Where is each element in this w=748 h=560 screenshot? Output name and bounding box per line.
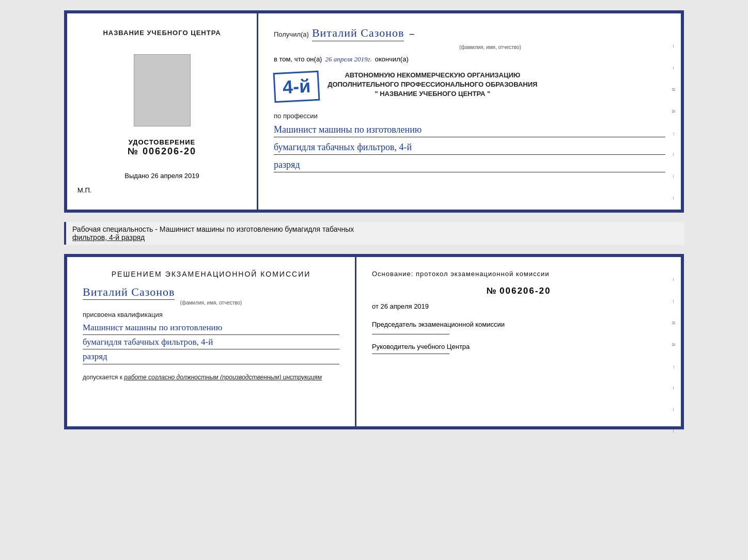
cert-profession-line3: разряд: [83, 349, 339, 364]
vtom-date: 26 апреля 2019г.: [325, 55, 371, 63]
head-signature-line: [372, 354, 449, 354]
cert-admission: допускается к работе согласно должностны…: [83, 374, 339, 381]
side-mark-i: и: [671, 88, 677, 94]
org-block: АВТОНОМНУЮ НЕКОММЕРЧЕСКУЮ ОРГАНИЗАЦИЮ ДО…: [328, 71, 537, 99]
org-line1: АВТОНОМНУЮ НЕКОММЕРЧЕСКУЮ ОРГАНИЗАЦИЮ: [328, 71, 537, 80]
issued-label: Выдано: [124, 172, 149, 180]
finished-label: окончил(а): [375, 55, 409, 63]
profession-line2: бумагидля табачных фильтров, 4-й: [274, 140, 665, 155]
side-mark-4: –: [671, 175, 677, 181]
cert-profession-line2: бумагидля табачных фильтров, 4-й: [83, 335, 339, 349]
cert-chairman: Председатель экзаменационной комиссии: [372, 319, 665, 330]
name-subtitle-top: (фамилия, имя, отчество): [315, 44, 665, 50]
cert-assigned-label: присвоена квалификация: [83, 311, 339, 318]
issued-date: 26 апреля 2019: [151, 172, 199, 180]
diploma-center-title: НАЗВАНИЕ УЧЕБНОГО ЦЕНТРА: [103, 29, 221, 37]
vtom-label: в том, что он(а): [274, 55, 322, 63]
vtom-line: в том, что он(а) 26 апреля 2019г. окончи…: [274, 55, 665, 63]
cert-profession-line1: Машинист машины по изготовлению: [83, 321, 339, 335]
from-date: 26 апреля 2019: [381, 302, 429, 310]
cert-number-prefix: №: [487, 286, 497, 296]
r-side-mark-a: а: [671, 343, 677, 349]
right-side-marks: – – и а ← – – –: [671, 278, 677, 436]
org-line3: " НАЗВАНИЕ УЧЕБНОГО ЦЕНТРА ": [328, 89, 537, 99]
diploma-cert-label: УДОСТОВЕРЕНИЕ: [128, 138, 196, 146]
caption-prefix: Рабочая специальность - Машинист машины …: [72, 225, 354, 233]
diploma-mp: М.П.: [77, 186, 91, 194]
cert-name-subtitle: (фамилия, имя, отчество): [83, 300, 339, 306]
r-side-mark-arrow: ←: [671, 365, 677, 371]
diploma-cert-number: № 006206-20: [128, 146, 196, 157]
profession-line1: Машинист машины по изготовлению: [274, 123, 665, 137]
profession-label: по профессии: [274, 112, 665, 120]
recipient-line: Получил(а) Виталий Сазонов –: [274, 26, 665, 41]
r-side-mark-4: –: [671, 408, 677, 414]
side-mark-1: –: [671, 45, 677, 51]
diploma-issued: Выдано 26 апреля 2019: [124, 172, 199, 180]
side-mark-5: –: [671, 197, 677, 202]
bottom-cert: Решением экзаменационной комиссии Витали…: [64, 254, 684, 429]
side-mark-a: а: [671, 110, 677, 116]
chairman-signature-line: [372, 334, 449, 334]
caption-block: Рабочая специальность - Машинист машины …: [64, 222, 684, 245]
r-side-mark-1: –: [671, 278, 677, 284]
r-side-mark-3: –: [671, 387, 677, 392]
recipient-name: Виталий Сазонов: [312, 26, 404, 41]
caption-underline: фильтров, 4-й разряд: [72, 233, 145, 242]
diploma-photo: [134, 54, 191, 126]
admission-italic: работе согласно должностным (производств…: [124, 374, 322, 381]
admission-prefix: допускается к: [83, 374, 122, 381]
r-side-mark-2: –: [671, 300, 677, 306]
org-line2: ДОПОЛНИТЕЛЬНОГО ПРОФЕССИОНАЛЬНОГО ОБРАЗО…: [328, 80, 537, 89]
top-diploma: НАЗВАНИЕ УЧЕБНОГО ЦЕНТРА УДОСТОВЕРЕНИЕ №…: [64, 10, 684, 213]
cert-from-line: от 26 апреля 2019: [372, 302, 665, 310]
side-mark-arrow: ←: [671, 132, 677, 137]
cert-heading: Решением экзаменационной комиссии: [83, 270, 339, 278]
side-marks: – – и а ← – – –: [671, 44, 677, 202]
profession-line3: разряд: [274, 158, 665, 172]
cert-right-heading: Основание: протокол экзаменационной коми…: [372, 270, 665, 278]
stamp-number: 4-й: [282, 77, 311, 97]
side-mark-2: –: [671, 67, 677, 72]
cert-head: Руководитель учебного Центра: [372, 342, 665, 352]
r-side-mark-5: –: [671, 430, 677, 436]
stamp-block: 4-й: [273, 71, 320, 103]
diploma-right-panel: Получил(а) Виталий Сазонов – (фамилия, и…: [258, 13, 681, 210]
caption-text: Рабочая специальность - Машинист машины …: [72, 225, 678, 242]
cert-name: Виталий Сазонов: [83, 285, 175, 300]
cert-name-line: Виталий Сазонов (фамилия, имя, отчество): [83, 285, 339, 306]
from-prefix: от: [372, 302, 379, 310]
cert-number-block: № 006206-20: [372, 286, 665, 296]
diploma-left-panel: НАЗВАНИЕ УЧЕБНОГО ЦЕНТРА УДОСТОВЕРЕНИЕ №…: [67, 13, 258, 210]
diploma-number-block: УДОСТОВЕРЕНИЕ № 006206-20: [128, 138, 196, 157]
r-side-mark-i: и: [671, 322, 677, 327]
received-label: Получил(а): [274, 30, 309, 38]
side-mark-3: –: [671, 153, 677, 159]
cert-right-panel: Основание: протокол экзаменационной коми…: [356, 257, 681, 426]
cert-number-value: 006206-20: [500, 286, 551, 296]
cert-left-panel: Решением экзаменационной комиссии Витали…: [67, 257, 356, 426]
